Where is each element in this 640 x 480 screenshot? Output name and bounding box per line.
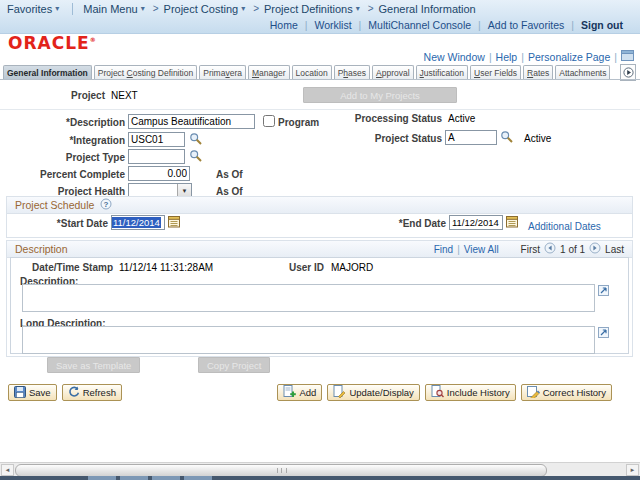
project-definitions-dropdown-icon[interactable]: ▾	[356, 4, 360, 13]
pipe-separator: |	[489, 51, 492, 63]
tab-phases[interactable]: Phases	[334, 65, 370, 80]
description-label: *Description	[0, 117, 125, 128]
add-to-favorites-link[interactable]: Add to Favorites	[488, 19, 564, 31]
user-id-label: User ID	[289, 262, 324, 273]
breadcrumb-separator-icon: >	[253, 3, 259, 14]
registered-mark: ®	[90, 36, 96, 43]
favorites-menu[interactable]: Favorites	[7, 3, 52, 15]
refresh-button[interactable]: Refresh	[62, 384, 122, 401]
scrollbar-right-arrow-icon[interactable]: ►	[626, 464, 639, 476]
pipe-separator: |	[359, 19, 362, 31]
personalize-page-link[interactable]: Personalize Page	[528, 51, 610, 63]
integration-input[interactable]	[128, 132, 185, 147]
program-label: Program	[278, 117, 319, 128]
toolbar-left: Save Refresh	[8, 384, 122, 401]
additional-dates-link[interactable]: Additional Dates	[528, 221, 601, 232]
tab-justification[interactable]: Justification	[416, 65, 468, 80]
long-description-textarea[interactable]	[22, 326, 595, 354]
horizontal-scrollbar[interactable]: ◄ ►	[0, 462, 640, 476]
view-all-link[interactable]: View All	[464, 244, 499, 255]
project-type-lookup-icon[interactable]	[189, 149, 203, 163]
datetime-stamp-label: Date/Time Stamp	[10, 262, 113, 273]
last-label[interactable]: Last	[605, 244, 624, 255]
refresh-icon	[68, 386, 80, 400]
help-link[interactable]: Help	[496, 51, 518, 63]
tab-project-costing-definition[interactable]: Project Costing Definition	[94, 65, 197, 80]
update-display-button[interactable]: Update/Display	[327, 384, 419, 401]
project-status-lookup-icon[interactable]	[500, 130, 514, 144]
description-textarea[interactable]	[22, 284, 595, 312]
processing-status-value: Active	[448, 113, 475, 124]
breadcrumb-project-definitions[interactable]: Project Definitions	[264, 3, 353, 15]
percent-complete-input[interactable]	[128, 166, 190, 181]
as-of-label: As Of	[216, 169, 243, 180]
include-history-button[interactable]: Include History	[425, 384, 516, 401]
processing-status-label: Processing Status	[317, 113, 442, 124]
find-link[interactable]: Find	[434, 244, 453, 255]
application-window: Favorites ▾ Main Menu ▾ > Project Costin…	[0, 0, 640, 480]
program-checkbox[interactable]	[263, 115, 275, 127]
description-header: Description Find | View All First 1 of 1…	[7, 241, 632, 258]
tab-general-information[interactable]: General Information	[3, 65, 92, 80]
correct-history-button[interactable]: Correct History	[521, 384, 612, 401]
multichannel-console-link[interactable]: MultiChannel Console	[368, 19, 471, 31]
tab-primavera[interactable]: Primavera	[199, 65, 246, 80]
integration-label: *Integration	[0, 135, 125, 146]
tab-attachments[interactable]: Attachments	[555, 65, 610, 80]
tab-approval[interactable]: Approval	[372, 65, 414, 80]
page-links: New Window | Help | Personalize Page |	[420, 50, 634, 63]
breadcrumb-current-page: General Information	[379, 3, 476, 15]
save-as-template-button[interactable]: Save as Template	[47, 357, 140, 373]
portal-header: Favorites ▾ Main Menu ▾ > Project Costin…	[0, 0, 640, 34]
description-input[interactable]	[128, 114, 255, 129]
main-menu-dropdown-icon[interactable]: ▾	[141, 4, 145, 13]
add-icon	[283, 385, 296, 400]
expand-long-description-icon[interactable]	[598, 327, 609, 340]
pipe-separator: |	[305, 19, 308, 31]
copy-project-button[interactable]: Copy Project	[198, 357, 270, 373]
add-button[interactable]: Add	[277, 384, 322, 401]
expand-description-icon[interactable]	[598, 285, 609, 298]
taskbar-segments	[88, 476, 216, 480]
breadcrumb-separator-icon: >	[368, 3, 374, 14]
project-type-label: Project Type	[0, 152, 125, 163]
add-to-my-projects-button[interactable]: Add to My Projects	[303, 87, 457, 103]
new-window-link[interactable]: New Window	[424, 51, 485, 63]
tab-location[interactable]: Location	[292, 65, 332, 80]
start-date-input[interactable]: 11/12/2014	[111, 215, 165, 230]
help-icon[interactable]: ?	[100, 198, 112, 212]
end-date-label: *End Date	[326, 218, 446, 229]
project-type-input[interactable]	[128, 149, 185, 164]
tab-manager[interactable]: Manager	[248, 65, 290, 80]
separator-line	[0, 109, 640, 110]
next-row-icon[interactable]	[589, 242, 601, 256]
update-display-icon	[333, 385, 346, 400]
worklist-link[interactable]: Worklist	[314, 19, 351, 31]
favorites-dropdown-icon[interactable]: ▾	[55, 4, 59, 13]
start-date-calendar-icon[interactable]	[168, 215, 182, 229]
tab-user-fields[interactable]: User Fields	[470, 65, 521, 80]
sign-out-link[interactable]: Sign out	[581, 19, 623, 31]
svg-text:?: ?	[104, 200, 109, 209]
breadcrumb-project-costing[interactable]: Project Costing	[164, 3, 239, 15]
project-status-input[interactable]	[445, 130, 497, 145]
previous-row-icon[interactable]	[544, 242, 556, 256]
first-label[interactable]: First	[521, 244, 540, 255]
home-link[interactable]: Home	[270, 19, 298, 31]
pipe-separator: |	[457, 244, 460, 255]
end-date-input[interactable]	[449, 215, 503, 230]
row-count: 1 of 1	[560, 244, 585, 255]
pipe-separator: |	[478, 19, 481, 31]
end-date-calendar-icon[interactable]	[506, 215, 520, 229]
oracle-logo: ORACLE®	[8, 33, 96, 53]
save-button[interactable]: Save	[8, 384, 57, 401]
scrollbar-left-arrow-icon[interactable]: ◄	[1, 464, 14, 476]
breadcrumb-separator-icon: >	[153, 3, 159, 14]
project-costing-dropdown-icon[interactable]: ▾	[241, 4, 245, 13]
tab-rates[interactable]: Rates	[523, 65, 553, 80]
pipe-separator: |	[521, 51, 524, 63]
copy-url-icon[interactable]	[621, 50, 634, 63]
description-title: Description	[15, 243, 68, 255]
main-menu[interactable]: Main Menu	[83, 3, 137, 15]
integration-lookup-icon[interactable]	[189, 132, 203, 146]
